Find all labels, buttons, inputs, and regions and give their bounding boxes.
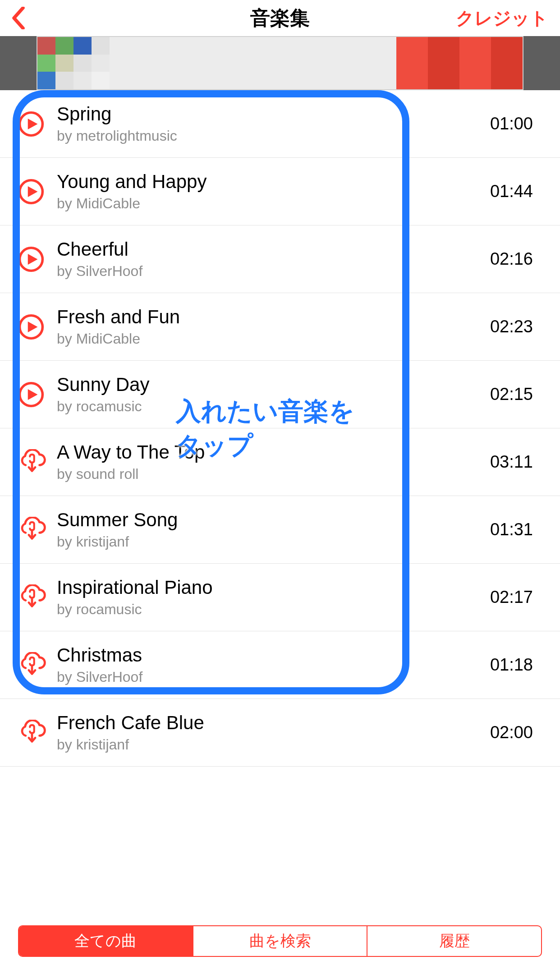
track-title: Young and Happy	[57, 171, 490, 193]
track-row[interactable]: Springby metrolightmusic01:00	[0, 90, 560, 158]
credit-button[interactable]: クレジット	[456, 6, 548, 31]
track-title: Fresh and Fun	[57, 306, 490, 328]
track-action-icon[interactable]	[18, 652, 44, 678]
track-title: Christmas	[57, 644, 490, 666]
track-artist: by rocamusic	[57, 601, 490, 618]
track-artist: by metrolightmusic	[57, 128, 490, 144]
play-icon	[18, 246, 44, 272]
track-duration: 01:31	[490, 520, 542, 539]
track-action-icon[interactable]	[18, 246, 44, 272]
track-action-icon[interactable]	[18, 517, 44, 543]
track-title: Sunny Day	[57, 374, 490, 395]
track-artist: by sound roll	[57, 466, 490, 482]
cloud-download-icon	[18, 449, 46, 473]
track-action-icon[interactable]	[18, 111, 44, 137]
track-title: Summer Song	[57, 509, 490, 531]
track-meta: French Cafe Blueby kristijanf	[57, 712, 490, 753]
cloud-download-icon	[18, 652, 46, 676]
track-artist: by MidiCable	[57, 195, 490, 212]
svg-marker-9	[28, 389, 38, 400]
track-meta: A Way to The Topby sound roll	[57, 441, 490, 482]
track-meta: Springby metrolightmusic	[57, 103, 490, 144]
track-duration: 01:18	[490, 655, 542, 675]
track-meta: Christmasby SilverHoof	[57, 644, 490, 685]
track-row[interactable]: Young and Happyby MidiCable01:44	[0, 158, 560, 225]
track-action-icon[interactable]	[18, 584, 44, 611]
page-title: 音楽集	[250, 5, 310, 32]
track-row[interactable]: A Way to The Topby sound roll03:11	[0, 428, 560, 496]
track-row[interactable]: French Cafe Blueby kristijanf02:00	[0, 699, 560, 767]
play-icon	[18, 381, 44, 408]
navigation-bar: 音楽集 クレジット	[0, 0, 560, 36]
track-duration: 03:11	[490, 452, 542, 472]
svg-marker-3	[28, 186, 38, 197]
track-duration: 01:00	[490, 114, 542, 133]
track-row[interactable]: Inspirational Pianoby rocamusic02:17	[0, 564, 560, 631]
track-title: French Cafe Blue	[57, 712, 490, 734]
track-artist: by SilverHoof	[57, 263, 490, 280]
svg-marker-7	[28, 321, 38, 332]
track-list: Springby metrolightmusic01:00Young and H…	[0, 90, 560, 767]
track-action-icon[interactable]	[18, 381, 44, 408]
track-action-icon[interactable]	[18, 179, 44, 205]
track-duration: 02:17	[490, 588, 542, 607]
track-row[interactable]: Fresh and Funby MidiCable02:23	[0, 293, 560, 361]
track-duration: 01:44	[490, 182, 542, 201]
segment-search-songs[interactable]: 曲を検索	[193, 926, 368, 956]
cloud-download-icon	[18, 720, 46, 743]
cloud-download-icon	[18, 517, 46, 540]
track-artist: by SilverHoof	[57, 669, 490, 685]
track-row[interactable]: Cheerfulby SilverHoof02:16	[0, 225, 560, 293]
track-meta: Fresh and Funby MidiCable	[57, 306, 490, 347]
track-title: A Way to The Top	[57, 441, 490, 463]
track-row[interactable]: Sunny Dayby rocamusic02:15	[0, 361, 560, 428]
track-action-icon[interactable]	[18, 720, 44, 746]
track-action-icon[interactable]	[18, 449, 44, 475]
track-artist: by MidiCable	[57, 331, 490, 347]
track-duration: 02:23	[490, 317, 542, 336]
track-meta: Summer Songby kristijanf	[57, 509, 490, 550]
track-row[interactable]: Christmasby SilverHoof01:18	[0, 631, 560, 699]
segmented-control: 全ての曲 曲を検索 履歴	[18, 925, 542, 957]
track-meta: Sunny Dayby rocamusic	[57, 374, 490, 415]
ad-content	[37, 36, 523, 90]
track-duration: 02:16	[490, 249, 542, 269]
track-artist: by kristijanf	[57, 736, 490, 753]
play-icon	[18, 111, 44, 137]
track-artist: by rocamusic	[57, 398, 490, 415]
track-meta: Cheerfulby SilverHoof	[57, 239, 490, 280]
back-button[interactable]	[12, 5, 39, 32]
track-duration: 02:15	[490, 385, 542, 404]
chevron-left-icon	[12, 7, 25, 29]
svg-marker-1	[28, 118, 38, 129]
track-action-icon[interactable]	[18, 314, 44, 340]
play-icon	[18, 314, 44, 340]
track-row[interactable]: Summer Songby kristijanf01:31	[0, 496, 560, 564]
track-artist: by kristijanf	[57, 533, 490, 550]
track-title: Inspirational Piano	[57, 577, 490, 598]
segment-all-songs[interactable]: 全ての曲	[19, 926, 193, 956]
ad-banner[interactable]	[0, 36, 560, 90]
track-duration: 02:00	[490, 723, 542, 742]
play-icon	[18, 179, 44, 205]
track-title: Cheerful	[57, 239, 490, 260]
track-meta: Inspirational Pianoby rocamusic	[57, 577, 490, 618]
cloud-download-icon	[18, 584, 46, 608]
segment-history[interactable]: 履歴	[367, 926, 541, 956]
svg-marker-5	[28, 253, 38, 264]
track-meta: Young and Happyby MidiCable	[57, 171, 490, 212]
track-title: Spring	[57, 103, 490, 125]
